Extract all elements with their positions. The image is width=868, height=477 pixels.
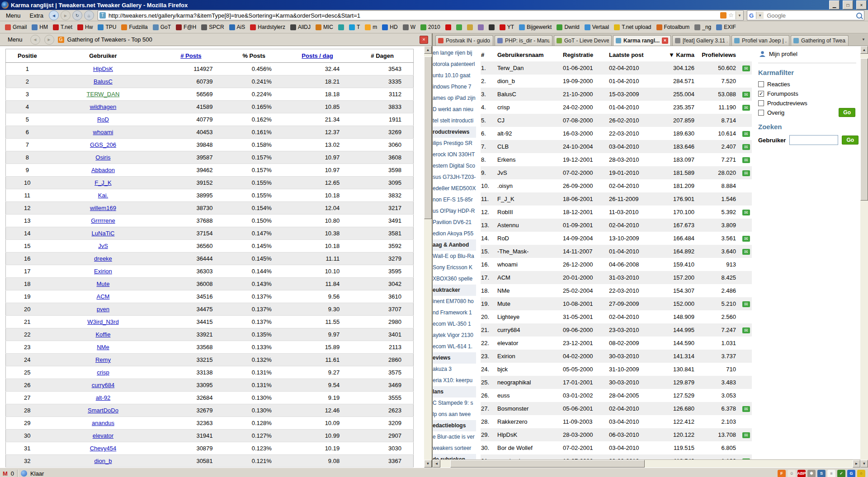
user-link[interactable]: Chevy454	[90, 445, 117, 452]
user-link[interactable]: TERW_DAN	[87, 91, 120, 98]
popup-scrollbar[interactable]: ▲ ▼	[424, 46, 432, 468]
news-link[interactable]: estern Digital Sco	[433, 160, 476, 172]
search-icon[interactable]	[856, 13, 862, 19]
col-posts-per-dag-sort-link[interactable]: Posts / dag	[302, 52, 333, 59]
tab[interactable]: PHP: is_dir - Manual	[495, 35, 552, 46]
bookmark-item[interactable]: T.net upload	[612, 23, 653, 31]
popup-forward-button[interactable]: ►	[44, 35, 54, 45]
karmafilter-go-button[interactable]: Go	[839, 108, 855, 117]
news-link[interactable]: XBOX360 spelle	[433, 273, 476, 285]
bookmark-item[interactable]: Fotoalbum	[654, 23, 692, 31]
firebug-icon[interactable]: F	[778, 470, 786, 477]
tab-list-button[interactable]: ▼	[859, 35, 868, 44]
bookmark-item[interactable]: Gmail	[3, 23, 29, 31]
user-link[interactable]: anandus	[92, 420, 114, 426]
reload-button[interactable]: ↻	[72, 10, 82, 20]
user-link[interactable]: Grrrrrene	[91, 217, 115, 224]
bookmark-item[interactable]: AllDJ	[288, 23, 313, 31]
tab[interactable]: [feat] Gallery 3.11 ...	[672, 35, 730, 46]
user-link[interactable]: Koffie	[95, 331, 110, 338]
bookmark-item[interactable]	[443, 23, 453, 31]
bookmark-item[interactable]: Fudzilla	[119, 23, 150, 31]
search-engine-dropdown[interactable]: ▼	[756, 12, 764, 19]
bookmark-item[interactable]: HD	[380, 23, 400, 31]
google-logo-icon[interactable]: G	[749, 12, 754, 19]
bookmark-item[interactable]	[476, 23, 486, 31]
bookmark-item[interactable]	[465, 23, 475, 31]
news-link[interactable]: otorola patenteerl	[433, 59, 476, 70]
bookmark-item[interactable]	[486, 23, 497, 31]
mail-icon[interactable]: ✉	[742, 236, 750, 242]
url-dropdown-button[interactable]: ▼	[736, 11, 743, 19]
checkbox-overig[interactable]	[758, 110, 764, 116]
bookmark-item[interactable]: _ng	[692, 23, 713, 31]
main-scroll-up-button[interactable]: ▲	[860, 46, 868, 54]
user-link[interactable]: Remy	[95, 356, 111, 363]
user-link[interactable]: elevator	[93, 432, 113, 439]
news-link[interactable]: Wall-E op Blu-Ra	[433, 251, 476, 262]
news-link[interactable]: non EF-S 15-85r	[433, 194, 476, 206]
user-link[interactable]: Mute	[97, 281, 110, 287]
user-link[interactable]: crisp	[97, 369, 109, 376]
bookmark-item[interactable]: Bijgewerkt	[517, 23, 554, 31]
news-link[interactable]: sus G73JH-TZ03-	[433, 172, 476, 183]
gear-icon[interactable]: ✱	[807, 470, 816, 477]
news-link[interactable]: ecom WL-350 1	[433, 318, 476, 330]
mail-icon[interactable]: ✉	[742, 406, 750, 412]
mail-icon[interactable]: ✉	[742, 301, 750, 307]
hscroll-track[interactable]	[440, 460, 853, 468]
popup-scroll-thumb[interactable]	[424, 56, 432, 219]
user-link[interactable]: dion_b	[94, 458, 112, 464]
news-link[interactable]: D werkt aan nieu	[433, 104, 476, 115]
news-link[interactable]: ilips Prestigo SR	[433, 138, 476, 149]
news-link[interactable]: e Blur-actie is ver	[433, 431, 476, 443]
popup-back-button[interactable]: ◄	[30, 35, 40, 45]
page-icon[interactable]: ≡	[827, 470, 835, 477]
col-karma[interactable]: Karma	[676, 51, 694, 58]
user-link[interactable]: wildhagen	[90, 103, 117, 110]
news-link[interactable]: erock ION 330HT	[433, 149, 476, 160]
user-link[interactable]: Exirion	[94, 268, 112, 275]
news-link[interactable]: weakers sorteer	[433, 443, 476, 454]
tab[interactable]: Postvak IN - guido...	[435, 35, 493, 46]
forward-button[interactable]: ►	[61, 10, 71, 20]
mail-icon[interactable]: ✉	[742, 144, 750, 150]
popup-scroll-track[interactable]	[424, 54, 432, 460]
mail-icon[interactable]: ✉	[742, 92, 750, 98]
bookmark-item[interactable]: MIC	[313, 23, 335, 31]
news-link[interactable]: en lange rijen bij	[433, 47, 476, 59]
main-scrollbar[interactable]: ▲ ▼	[860, 46, 868, 468]
tab[interactable]: Gathering of Twea...	[791, 35, 849, 46]
news-link[interactable]: inent EM7080 ho	[433, 296, 476, 307]
news-link[interactable]: indows Phone 7	[433, 81, 476, 93]
news-link[interactable]: C Stampede 9: s	[433, 398, 476, 409]
bookmark-item[interactable]: YT	[497, 23, 516, 31]
user-link[interactable]: W3ird_N3rd	[87, 318, 118, 325]
mail-icon[interactable]: ✉	[742, 210, 750, 215]
maximize-button[interactable]: □	[843, 0, 853, 9]
tab[interactable]: Profiel van Joep | ...	[731, 35, 789, 46]
menu-extra[interactable]: Extra	[26, 11, 47, 20]
mail-icon[interactable]: ✉	[742, 327, 750, 333]
news-link[interactable]: lp ons aan twee	[433, 409, 476, 420]
bookmark-item[interactable]	[454, 23, 464, 31]
mail-icon[interactable]: ✉	[742, 170, 750, 176]
bookmark-item[interactable]: HM	[29, 23, 50, 31]
popup-close-button[interactable]: ×	[420, 36, 428, 44]
news-link[interactable]: nd Framework 1	[433, 307, 476, 318]
news-link[interactable]: untu 10.10 gaat	[433, 70, 476, 81]
mail-icon[interactable]: ✉	[742, 65, 750, 71]
mail-icon[interactable]: ✉	[742, 157, 750, 163]
scroll-right-button[interactable]: ►	[853, 460, 860, 468]
news-link[interactable]: edion Akoya P55	[433, 228, 476, 239]
url-input[interactable]	[108, 12, 718, 19]
main-scroll-down-button[interactable]: ▼	[860, 460, 868, 468]
close-button[interactable]: ×	[856, 0, 867, 9]
bookmark-item[interactable]: T.net	[51, 23, 75, 31]
user-link[interactable]: GGS_206	[90, 141, 116, 148]
bookmark-item[interactable]: Vertaal	[582, 23, 611, 31]
user-link[interactable]: ACM	[97, 293, 110, 300]
user-link[interactable]: pven	[97, 306, 109, 313]
user-link[interactable]: dreeke	[94, 255, 112, 262]
bookmark-item[interactable]: Dwnld	[554, 23, 581, 31]
